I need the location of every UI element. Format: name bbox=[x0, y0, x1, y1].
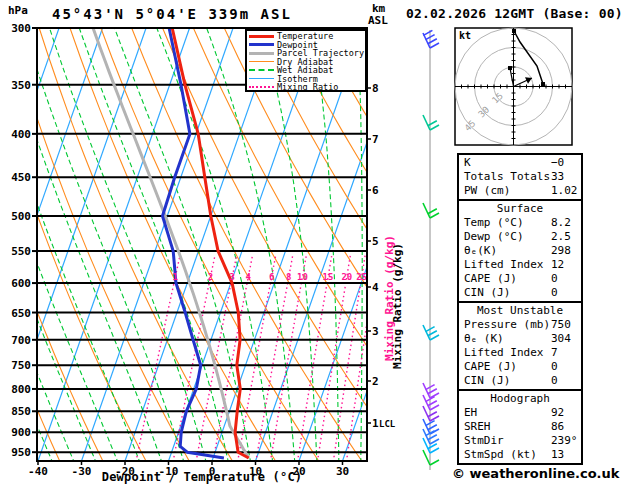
stat-value: 86 bbox=[551, 420, 564, 434]
table-row: StmDir239° bbox=[459, 434, 581, 448]
wind-barbs bbox=[423, 30, 439, 470]
stats-table-surface: SurfaceTemp (°C)8.2Dewp (°C)2.5θₑ(K)298L… bbox=[457, 199, 583, 303]
stat-label: CAPE (J) bbox=[464, 360, 517, 374]
svg-text:350: 350 bbox=[11, 79, 31, 92]
stat-label: Temp (°C) bbox=[464, 216, 524, 230]
datetime-label: 02.02.2026 12GMT (Base: 00) bbox=[406, 6, 623, 21]
svg-text:800: 800 bbox=[11, 383, 31, 396]
stat-label: θₑ (K) bbox=[464, 332, 504, 346]
svg-text:1: 1 bbox=[173, 272, 178, 282]
stat-value: 750 bbox=[551, 318, 571, 332]
stat-label: Lifted Index bbox=[464, 346, 543, 360]
table-section-title: Hodograph bbox=[459, 392, 581, 406]
stats-table-summary: K−0Totals Totals33PW (cm)1.02 bbox=[457, 153, 583, 201]
skewt-page: 1234681015202530035040045050055060065070… bbox=[0, 0, 629, 486]
pressure-unit-label: hPa bbox=[8, 4, 28, 17]
table-row: PW (cm)1.02 bbox=[459, 184, 581, 198]
table-section-title: Most Unstable bbox=[459, 304, 581, 318]
svg-text:850: 850 bbox=[11, 405, 31, 418]
hodograph: 153045kt bbox=[455, 28, 572, 145]
svg-text:550: 550 bbox=[11, 245, 31, 258]
legend-swatch-dry_adiabat bbox=[249, 61, 274, 62]
stats-table-hodograph: HodographEH92SREH86StmDir239°StmSpd (kt)… bbox=[457, 389, 583, 465]
table-row: Totals Totals33 bbox=[459, 170, 581, 184]
hodo-unit-label: kt bbox=[459, 30, 471, 41]
svg-text:650: 650 bbox=[11, 307, 31, 320]
table-row: SREH86 bbox=[459, 420, 581, 434]
stat-value: 239° bbox=[551, 434, 578, 448]
svg-text:700: 700 bbox=[11, 334, 31, 347]
stat-label: PW (cm) bbox=[464, 184, 510, 198]
stat-label: SREH bbox=[464, 420, 491, 434]
stat-value: 8.2 bbox=[551, 216, 571, 230]
legend-item: Mixing Ratio bbox=[249, 83, 365, 92]
table-row: CIN (J)0 bbox=[459, 286, 581, 300]
table-row: Lifted Index12 bbox=[459, 258, 581, 272]
pressure-tick-labels: 3003504004505005506006507007508008509009… bbox=[11, 22, 37, 459]
legend-swatch-parcel bbox=[249, 52, 274, 55]
lcl-label: LCL bbox=[379, 419, 396, 429]
legend-swatch-isotherm bbox=[249, 78, 274, 79]
x-axis-title: Dewpoint / Temperature (°C) bbox=[37, 470, 367, 484]
stat-label: Totals Totals bbox=[464, 170, 550, 184]
station-title: 45°43'N 5°04'E 339m ASL bbox=[52, 6, 292, 22]
legend-label: Mixing Ratio bbox=[277, 83, 338, 92]
stat-label: CIN (J) bbox=[464, 286, 510, 300]
table-row: Pressure (mb)750 bbox=[459, 318, 581, 332]
stat-value: 0 bbox=[551, 360, 558, 374]
wind-barb bbox=[423, 406, 439, 421]
stat-value: 2.5 bbox=[551, 230, 571, 244]
stat-label: StmSpd (kt) bbox=[464, 448, 537, 462]
table-row: CAPE (J)0 bbox=[459, 272, 581, 286]
svg-text:900: 900 bbox=[11, 426, 31, 439]
stat-value: 0 bbox=[551, 374, 558, 388]
mixing-ratio-labels: 12346810152025 bbox=[173, 272, 368, 282]
table-row: Dewp (°C)2.5 bbox=[459, 230, 581, 244]
svg-text:25: 25 bbox=[356, 272, 367, 282]
svg-text:6: 6 bbox=[372, 184, 379, 197]
stat-label: EH bbox=[464, 406, 477, 420]
stat-label: K bbox=[464, 156, 471, 170]
stat-value: 0 bbox=[551, 286, 558, 300]
svg-text:2: 2 bbox=[208, 272, 213, 282]
table-row: K−0 bbox=[459, 156, 581, 170]
stat-value: 92 bbox=[551, 406, 564, 420]
table-row: StmSpd (kt)13 bbox=[459, 448, 581, 462]
svg-text:500: 500 bbox=[11, 210, 31, 223]
footer-credit: © weatheronline.co.uk bbox=[452, 466, 619, 481]
svg-text:750: 750 bbox=[11, 359, 31, 372]
svg-text:450: 450 bbox=[11, 171, 31, 184]
stat-value: −0 bbox=[551, 156, 564, 170]
wind-barb bbox=[423, 30, 439, 48]
hodo-marker bbox=[512, 29, 516, 33]
stat-label: θₑ(K) bbox=[464, 244, 497, 258]
svg-text:20: 20 bbox=[341, 272, 352, 282]
wind-barb bbox=[423, 383, 439, 398]
table-section-title: Surface bbox=[459, 202, 581, 216]
svg-text:6: 6 bbox=[269, 272, 274, 282]
stat-label: Dewp (°C) bbox=[464, 230, 524, 244]
table-row: θₑ(K)298 bbox=[459, 244, 581, 258]
svg-text:400: 400 bbox=[11, 128, 31, 141]
mixing-axis-label: Mixing Ratio (g/kg) bbox=[391, 243, 404, 369]
stat-label: Pressure (mb) bbox=[464, 318, 550, 332]
svg-text:15: 15 bbox=[323, 272, 334, 282]
stat-value: 1.02 bbox=[551, 184, 578, 198]
stat-label: CAPE (J) bbox=[464, 272, 517, 286]
legend-swatch-temperature bbox=[249, 35, 274, 38]
table-row: EH92 bbox=[459, 406, 581, 420]
legend-swatch-wet_adiabat bbox=[249, 69, 274, 71]
stat-value: 12 bbox=[551, 258, 564, 272]
stats-table-most-unstable: Most UnstablePressure (mb)750θₑ (K)304Li… bbox=[457, 301, 583, 391]
altitude-unit-asl: ASL bbox=[368, 14, 388, 27]
stat-value: 7 bbox=[551, 346, 558, 360]
svg-text:950: 950 bbox=[11, 446, 31, 459]
table-row: θₑ (K)304 bbox=[459, 332, 581, 346]
svg-text:3: 3 bbox=[372, 325, 379, 338]
svg-text:7: 7 bbox=[372, 133, 379, 146]
stat-label: Lifted Index bbox=[464, 258, 543, 272]
wind-barb bbox=[423, 325, 439, 340]
stats-panel: K−0Totals Totals33PW (cm)1.02SurfaceTemp… bbox=[457, 153, 583, 465]
hodo-marker bbox=[541, 82, 545, 86]
legend-swatch-dewpoint bbox=[249, 43, 274, 46]
